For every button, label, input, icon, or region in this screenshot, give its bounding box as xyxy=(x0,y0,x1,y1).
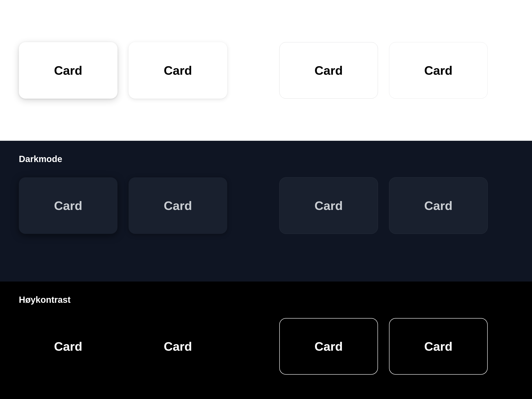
card-label: Card xyxy=(164,63,192,78)
card-label: Card xyxy=(315,339,343,354)
card-dark-shadow-strong: Card xyxy=(19,177,117,234)
high-contrast-title: Høykontrast xyxy=(19,295,513,305)
dark-card-row: Card Card Card Card xyxy=(19,177,513,234)
card-hc-plain: Card xyxy=(129,318,227,375)
light-group-shadow: Card Card xyxy=(19,42,227,99)
section-high-contrast: Høykontrast Card Card Card Card xyxy=(0,282,532,399)
card-dark-shadow-soft: Card xyxy=(129,177,227,234)
section-dark: Darkmode Card Card Card Card xyxy=(0,141,532,282)
card-label: Card xyxy=(315,198,343,213)
light-card-row: Card Card Card Card xyxy=(19,42,513,99)
card-light-border: Card xyxy=(279,42,378,99)
card-light-shadow-strong: Card xyxy=(19,42,117,99)
card-light-border-soft: Card xyxy=(389,42,488,99)
card-hc-border: Card xyxy=(279,318,378,375)
card-dark-border: Card xyxy=(279,177,378,234)
darkmode-title: Darkmode xyxy=(19,154,513,164)
light-group-border: Card Card xyxy=(279,42,513,99)
hc-group-plain: Card Card xyxy=(19,318,227,375)
card-label: Card xyxy=(424,339,453,354)
hc-group-border: Card Card xyxy=(279,318,513,375)
card-label: Card xyxy=(424,63,453,78)
card-label: Card xyxy=(164,339,192,354)
card-label: Card xyxy=(54,339,82,354)
card-label: Card xyxy=(424,198,453,213)
card-hc-plain: Card xyxy=(19,318,117,375)
dark-group-border: Card Card xyxy=(279,177,513,234)
card-label: Card xyxy=(54,198,82,213)
card-dark-border-soft: Card xyxy=(389,177,488,234)
card-label: Card xyxy=(54,63,82,78)
card-hc-border: Card xyxy=(389,318,488,375)
hc-card-row: Card Card Card Card xyxy=(19,318,513,375)
section-light: Card Card Card Card xyxy=(0,0,532,141)
card-label: Card xyxy=(315,63,343,78)
card-label: Card xyxy=(164,198,192,213)
card-light-shadow-soft: Card xyxy=(129,42,227,99)
dark-group-shadow: Card Card xyxy=(19,177,227,234)
